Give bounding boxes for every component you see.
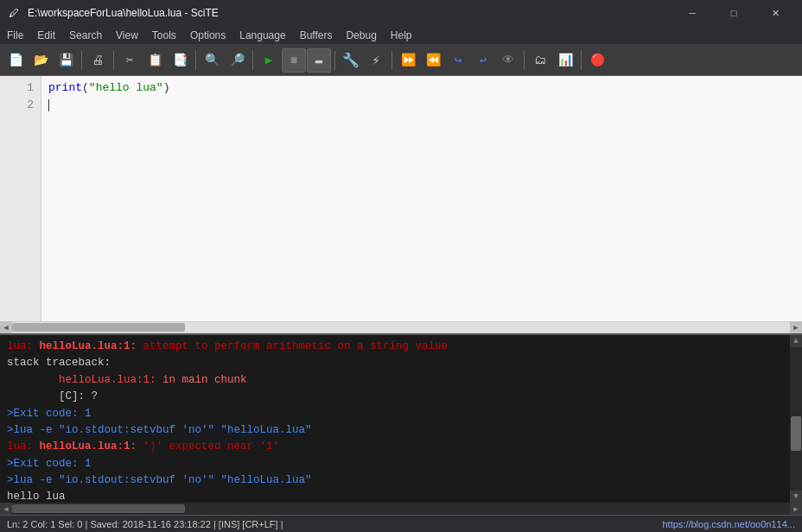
toolbar-separator-4 <box>252 51 253 70</box>
step-button[interactable]: ↪ <box>446 48 470 73</box>
editor-horizontal-scrollbar[interactable]: ◀ ▶ <box>0 321 802 333</box>
output-line-9: >lua -e "io.stdout:setvbuf 'no'" "helloL… <box>7 472 785 489</box>
line-num-1: 1 <box>0 79 41 97</box>
title-bar-left: 🖊 E:\workspaceForLua\helloLua.lua - SciT… <box>7 6 219 20</box>
output-content[interactable]: lua: helloLua.lua:1: attempt to perform … <box>0 335 802 503</box>
title-controls[interactable]: ─ □ ✕ <box>672 0 795 26</box>
vscroll-thumb[interactable] <box>791 416 801 451</box>
toggle-button[interactable]: ▬ <box>307 48 331 73</box>
output-line-7: lua: helloLua.lua:1: ')' expected near '… <box>7 439 785 455</box>
find-button[interactable]: 🔍 <box>200 48 224 73</box>
toolbar-separator-5 <box>334 51 335 70</box>
menu-language[interactable]: Language <box>232 26 292 44</box>
stop-button[interactable]: ■ <box>282 48 306 73</box>
menu-search[interactable]: Search <box>62 26 109 44</box>
toolbar-separator-7 <box>524 51 525 70</box>
save-file-button[interactable]: 💾 <box>54 48 78 73</box>
stop2-button[interactable]: 🔴 <box>585 48 609 73</box>
compile-button[interactable]: 🔧 <box>339 48 363 73</box>
output-line-8: >Exit code: 1 <box>7 456 785 472</box>
out-hscroll-track[interactable] <box>12 504 790 514</box>
status-left: Ln: 2 Col: 1 Sel: 0 | Saved: 2018-11-16 … <box>7 519 283 529</box>
output-line-3: helloLua.lua:1: in main chunk <box>7 372 785 389</box>
code-line-2 <box>48 97 795 114</box>
menu-tools[interactable]: Tools <box>145 26 183 44</box>
menu-edit[interactable]: Edit <box>30 26 62 44</box>
vscroll-up-arrow[interactable]: ▲ <box>790 335 802 347</box>
menu-debug[interactable]: Debug <box>339 26 383 44</box>
toolbar: 📄 📂 💾 🖨 ✂ 📋 📑 🔍 🔎 ▶ ■ ▬ 🔧 ⚡ ⏩ ⏪ ↪ ↩ 👁 🗂 … <box>0 45 802 76</box>
cut-button[interactable]: ✂ <box>118 48 142 73</box>
text-cursor <box>48 99 49 111</box>
abbrev-button[interactable]: 🗂 <box>528 48 552 73</box>
build-button[interactable]: ⚡ <box>364 48 388 73</box>
out-hscroll-right-arrow[interactable]: ▶ <box>790 503 802 515</box>
hscroll-track[interactable] <box>12 322 790 332</box>
toolbar-separator-2 <box>113 51 114 70</box>
keyword-print: print <box>48 79 82 97</box>
toolbar-separator-8 <box>581 51 582 70</box>
out-hscroll-left-arrow[interactable]: ◀ <box>0 503 12 515</box>
toolbar-separator-1 <box>81 51 82 70</box>
close-button[interactable]: ✕ <box>755 0 795 26</box>
menu-file[interactable]: File <box>0 26 30 44</box>
vscroll-track[interactable] <box>790 347 802 491</box>
menu-options[interactable]: Options <box>183 26 232 44</box>
output-panel: lua: helloLua.lua:1: attempt to perform … <box>0 333 802 515</box>
output-vertical-scrollbar[interactable]: ▲ ▼ <box>790 335 802 503</box>
output-scroll-container: lua: helloLua.lua:1: attempt to perform … <box>0 335 802 503</box>
title-bar: 🖊 E:\workspaceForLua\helloLua.lua - SciT… <box>0 0 802 26</box>
maximize-button[interactable]: □ <box>714 0 754 26</box>
prev-button[interactable]: ⏪ <box>421 48 445 73</box>
print-button[interactable]: 🖨 <box>86 48 110 73</box>
snippet-button[interactable]: 📊 <box>553 48 577 73</box>
run-button[interactable]: ▶ <box>257 48 281 73</box>
output-line-2: stack traceback: <box>7 355 785 371</box>
menu-buffers[interactable]: Buffers <box>293 26 340 44</box>
hscroll-right-arrow[interactable]: ▶ <box>790 321 802 333</box>
paren-close: ) <box>163 79 170 97</box>
editor-area: 1 2 print("hello lua") <box>0 76 802 321</box>
line-num-2: 2 <box>0 97 41 114</box>
output-line-6: >lua -e "io.stdout:setvbuf 'no'" "helloL… <box>7 422 785 439</box>
output-line-4: [C]: ? <box>7 389 785 405</box>
open-file-button[interactable]: 📂 <box>29 48 53 73</box>
hscroll-left-arrow[interactable]: ◀ <box>0 321 12 333</box>
eye-button[interactable]: 👁 <box>496 48 520 73</box>
paren-open: ( <box>82 79 89 97</box>
toolbar-separator-3 <box>195 51 196 70</box>
new-file-button[interactable]: 📄 <box>3 48 28 73</box>
output-horizontal-scrollbar[interactable]: ◀ ▶ <box>0 503 802 515</box>
toolbar-separator-6 <box>391 51 392 70</box>
code-editor[interactable]: print("hello lua") <box>41 76 802 321</box>
paste-button[interactable]: 📑 <box>168 48 192 73</box>
app-icon: 🖊 <box>7 6 21 20</box>
output-line-1: lua: helloLua.lua:1: attempt to perform … <box>7 339 785 355</box>
hscroll-thumb[interactable] <box>12 323 185 332</box>
string-value: "hello lua" <box>89 79 163 97</box>
output-line-5: >Exit code: 1 <box>7 406 785 422</box>
output-line-10: hello lua <box>7 489 785 503</box>
menu-view[interactable]: View <box>109 26 145 44</box>
find-replace-button[interactable]: 🔎 <box>225 48 249 73</box>
status-right: https://blog.csdn.net/oo0n114... <box>662 519 795 529</box>
next-button[interactable]: ⏩ <box>396 48 420 73</box>
editor-container: 1 2 print("hello lua") ◀ ▶ <box>0 76 802 333</box>
window-title: E:\workspaceForLua\helloLua.lua - SciTE <box>28 7 219 19</box>
out-hscroll-thumb[interactable] <box>12 504 185 513</box>
minimize-button[interactable]: ─ <box>672 0 712 26</box>
code-line-1: print("hello lua") <box>48 79 795 97</box>
copy-button[interactable]: 📋 <box>143 48 167 73</box>
line-numbers: 1 2 <box>0 76 41 321</box>
status-bar: Ln: 2 Col: 1 Sel: 0 | Saved: 2018-11-16 … <box>0 515 802 532</box>
vscroll-down-arrow[interactable]: ▼ <box>790 491 802 503</box>
continue-button[interactable]: ↩ <box>471 48 495 73</box>
menu-help[interactable]: Help <box>384 26 419 44</box>
menu-bar: File Edit Search View Tools Options Lang… <box>0 26 802 45</box>
